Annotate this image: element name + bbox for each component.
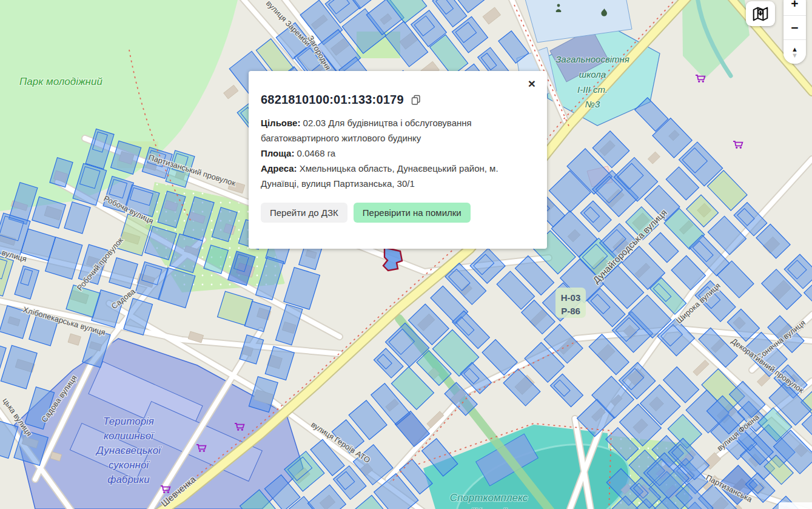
cadastral-number: 6821810100:01:133:0179 [261, 93, 404, 107]
svg-text:І-ІІІ ст.: І-ІІІ ст. [577, 84, 608, 95]
svg-text:Дунаєвецької: Дунаєвецької [95, 445, 162, 456]
svg-text:фабрики: фабрики [107, 474, 150, 485]
goto-dzk-button[interactable]: Перейти до ДЗК [261, 203, 347, 223]
field-area: Площа: 0.0468 га [261, 146, 535, 161]
zoom-control: + − ▲ ▼ [783, 0, 806, 64]
map-pin-icon [752, 6, 769, 22]
field-address: Адреса: Хмельницька область, Дунаєвецьки… [261, 161, 535, 191]
factory-label: Територія [103, 416, 154, 427]
svg-text:№3: №3 [585, 99, 600, 109]
arrow-up-icon: ▲ [791, 46, 798, 52]
parcel-info-popup: × 6821810100:01:133:0179 Цільове: 02.03 … [249, 71, 547, 249]
road-shield: Н-03 Р-86 [555, 288, 586, 318]
parcel-details: Цільове: 02.03 Для будівництва і обслуго… [261, 115, 535, 191]
zoom-in-button[interactable]: + [783, 0, 806, 15]
arrow-down-icon: ▼ [791, 52, 798, 58]
tilt-control[interactable]: ▲ ▼ [783, 39, 806, 64]
attribution [779, 502, 812, 509]
svg-text:Н-03: Н-03 [561, 292, 581, 303]
layers-button[interactable] [746, 1, 775, 26]
copy-button[interactable] [411, 95, 421, 106]
check-errors-button[interactable]: Перевірити на помилки [354, 203, 471, 223]
park-label: Парк молодіжний [19, 76, 102, 87]
zoom-out-button[interactable]: − [783, 15, 806, 39]
field-purpose: Цільове: 02.03 Для будівництва і обслуго… [261, 115, 535, 146]
svg-text:"Колос": "Колос" [471, 507, 508, 509]
svg-text:колишньої: колишньої [104, 430, 155, 442]
sport-complex-label: Спорткомплекс [450, 492, 528, 504]
svg-text:школа: школа [579, 69, 606, 79]
school-label: Загальноосвітня [555, 54, 629, 64]
map-viewport: Н-03 Р-86 Партизанський провулок Робоча … [0, 0, 812, 509]
close-button[interactable]: × [525, 77, 539, 90]
copy-icon [411, 95, 421, 106]
svg-text:Р-86: Р-86 [561, 306, 580, 316]
svg-text:суконної: суконної [109, 459, 150, 471]
